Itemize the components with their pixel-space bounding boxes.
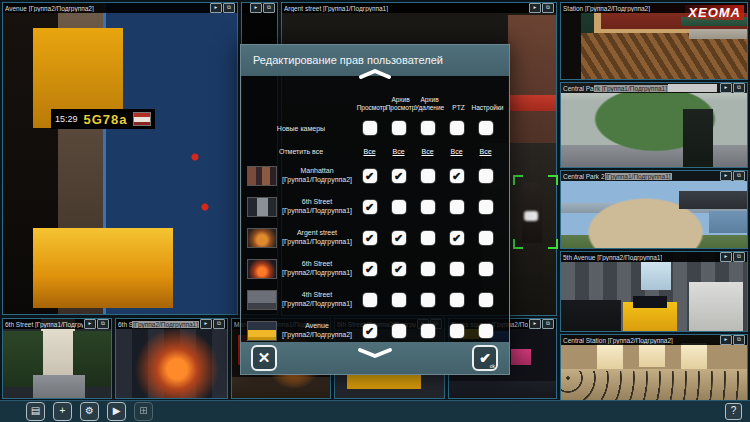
- grid-layout-icon[interactable]: ⊞: [134, 402, 153, 421]
- select-all-link[interactable]: Все: [363, 148, 375, 155]
- fullscreen-icon[interactable]: ⧉: [733, 171, 745, 181]
- camera-list-icon[interactable]: ▤: [26, 402, 45, 421]
- fullscreen-icon[interactable]: ⧉: [542, 319, 554, 329]
- tile-title-bar-editing: Central Pa rk [Группа1/Подгруппа1] ▸⧉: [561, 83, 747, 93]
- permissions-table: Просмотр Архив Просмотр Архив Удаление P…: [241, 76, 509, 342]
- permission-checkbox[interactable]: [450, 324, 464, 338]
- permission-checkbox[interactable]: [392, 121, 406, 135]
- permission-checkbox[interactable]: [479, 200, 493, 214]
- select-all-link[interactable]: Все: [392, 148, 404, 155]
- select-all-link[interactable]: Все: [450, 148, 462, 155]
- new-cameras-row: Новые камеры: [247, 114, 509, 142]
- permission-checkbox[interactable]: [363, 293, 377, 307]
- fullscreen-icon[interactable]: ⧉: [542, 3, 554, 13]
- play-icon[interactable]: ▸: [210, 3, 222, 13]
- fullscreen-icon[interactable]: ⧉: [733, 335, 745, 345]
- tile-title-selection: [Группа1/Подгруппа1]: [605, 173, 672, 180]
- fullscreen-icon[interactable]: ⧉: [733, 83, 745, 93]
- camera-label: Argent street[Группа1/Подгруппа1]: [279, 229, 355, 247]
- camera-tile-avenue[interactable]: Avenue [Группа2/Подгруппа2] ▸⧉ 15:29 5G7…: [2, 2, 238, 315]
- permission-checkbox[interactable]: [421, 200, 435, 214]
- camera-feed: [561, 252, 747, 331]
- col-archive-delete: Архив Удаление: [415, 90, 444, 114]
- permission-checkbox[interactable]: [421, 169, 435, 183]
- fullscreen-icon[interactable]: ⧉: [213, 319, 225, 329]
- permission-checkbox[interactable]: [450, 121, 464, 135]
- permission-checkbox[interactable]: [392, 262, 406, 276]
- permission-checkbox[interactable]: [363, 231, 377, 245]
- permission-checkbox[interactable]: [392, 293, 406, 307]
- select-all-link[interactable]: Все: [479, 148, 491, 155]
- play-icon[interactable]: ▸: [250, 3, 262, 13]
- help-button[interactable]: ?: [725, 403, 742, 420]
- camera-tile-6th-street-2[interactable]: 6th Street [Группа2/Подгруппа1] ▸⧉: [115, 318, 228, 399]
- fullscreen-icon[interactable]: ⧉: [223, 3, 235, 13]
- permission-checkbox[interactable]: [450, 293, 464, 307]
- play-icon[interactable]: ▸: [720, 335, 732, 345]
- camera-tile-central-park[interactable]: Central Pa rk [Группа1/Подгруппа1] ▸⧉: [560, 82, 748, 168]
- permission-checkbox[interactable]: [363, 200, 377, 214]
- play-icon[interactable]: ▸: [720, 252, 732, 262]
- permission-checkbox[interactable]: [479, 293, 493, 307]
- plate-thumbnail: [133, 112, 151, 126]
- permission-checkbox[interactable]: [363, 262, 377, 276]
- permission-checkbox[interactable]: [450, 200, 464, 214]
- xeoma-logo: XEOMA: [685, 5, 744, 20]
- motion-detection-box: [513, 175, 558, 249]
- tile-title-input[interactable]: [668, 84, 717, 92]
- play-icon[interactable]: ▶: [107, 402, 126, 421]
- play-icon[interactable]: ▸: [84, 319, 96, 329]
- permission-checkbox[interactable]: [421, 324, 435, 338]
- camera-tile-6th-street-1[interactable]: 6th Street [Группа1/Подгруппа1] ▸⧉: [2, 318, 112, 399]
- permission-checkbox[interactable]: [421, 293, 435, 307]
- permission-checkbox[interactable]: [363, 121, 377, 135]
- add-camera-icon[interactable]: +: [53, 402, 72, 421]
- play-icon[interactable]: ▸: [720, 83, 732, 93]
- camera-thumbnail: [247, 259, 277, 279]
- scroll-down-chevron[interactable]: [355, 347, 395, 359]
- play-icon[interactable]: ▸: [720, 171, 732, 181]
- tile-title-bar: ▸⧉: [242, 3, 277, 13]
- permission-checkbox[interactable]: [421, 121, 435, 135]
- permission-checkbox[interactable]: [392, 169, 406, 183]
- settings-gear-icon[interactable]: ⚙: [80, 402, 99, 421]
- ok-label: ok: [490, 363, 495, 369]
- camera-thumbnail: [247, 321, 277, 341]
- select-all-link[interactable]: Все: [421, 148, 433, 155]
- permission-checkbox[interactable]: [363, 169, 377, 183]
- camera-tile-station[interactable]: XEOMA Station [Группа2/Подгруппа2]: [560, 2, 748, 80]
- cancel-button[interactable]: ✕: [251, 345, 277, 371]
- tile-title-selection[interactable]: rk [Группа1/Подгруппа1]: [594, 85, 668, 92]
- user-rights-dialog: Просмотр Архив Просмотр Архив Удаление P…: [240, 44, 510, 375]
- permission-checkbox[interactable]: [363, 324, 377, 338]
- permission-checkbox[interactable]: [479, 324, 493, 338]
- tile-title-bar: 6th Street [Группа1/Подгруппа1] ▸⧉: [3, 319, 111, 329]
- play-icon[interactable]: ▸: [200, 319, 212, 329]
- permission-checkbox[interactable]: [479, 169, 493, 183]
- camera-label: 6th Street[Группа2/Подгруппа1]: [279, 260, 355, 278]
- permission-checkbox[interactable]: [450, 231, 464, 245]
- fullscreen-icon[interactable]: ⧉: [263, 3, 275, 13]
- play-icon[interactable]: ▸: [529, 3, 541, 13]
- play-icon[interactable]: ▸: [529, 319, 541, 329]
- confirm-button[interactable]: ✔ok: [472, 345, 498, 371]
- permission-checkbox[interactable]: [392, 324, 406, 338]
- permission-checkbox[interactable]: [450, 262, 464, 276]
- camera-tile-5th-avenue[interactable]: 5th Avenue [Группа2/Подгруппа1] ▸⧉: [560, 251, 748, 332]
- permission-checkbox[interactable]: [479, 231, 493, 245]
- fullscreen-icon[interactable]: ⧉: [97, 319, 109, 329]
- dialog-header: Редактирование прав пользователей: [241, 45, 509, 76]
- permission-checkbox[interactable]: [450, 169, 464, 183]
- camera-tile-central-station[interactable]: Central Station [Группа2/Подгруппа2] ▸⧉: [560, 334, 748, 404]
- camera-thumbnail: [247, 290, 277, 310]
- permission-checkbox[interactable]: [392, 200, 406, 214]
- permission-checkbox[interactable]: [479, 262, 493, 276]
- xeoma-app-window: Avenue [Группа2/Подгруппа2] ▸⧉ 15:29 5G7…: [0, 0, 750, 422]
- permission-checkbox[interactable]: [421, 231, 435, 245]
- permission-checkbox[interactable]: [479, 121, 493, 135]
- permission-checkbox[interactable]: [392, 231, 406, 245]
- permission-checkbox[interactable]: [421, 262, 435, 276]
- camera-tile-central-park-2[interactable]: Central Park 2 [Группа1/Подгруппа1] ▸⧉: [560, 170, 748, 249]
- fullscreen-icon[interactable]: ⧉: [733, 252, 745, 262]
- scroll-up-chevron[interactable]: [357, 68, 393, 79]
